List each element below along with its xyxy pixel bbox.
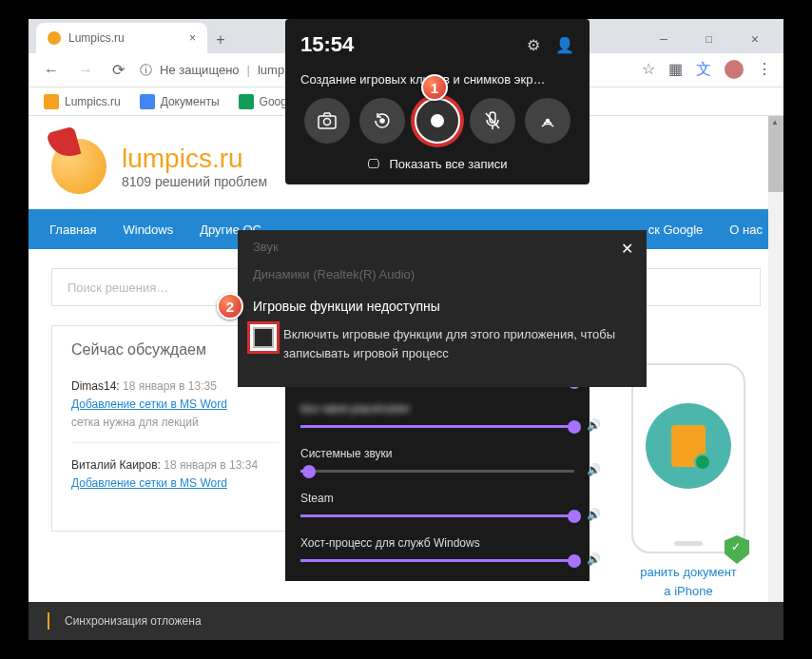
- nav-search-google[interactable]: ск Google: [635, 211, 717, 248]
- discuss-link[interactable]: Добавление сетки в MS Word: [71, 476, 227, 490]
- callout-2: 2: [217, 293, 243, 320]
- extension-icon[interactable]: ▦: [668, 60, 683, 80]
- speaker-icon[interactable]: 🔊: [587, 463, 601, 476]
- discuss-link[interactable]: Добавление сетки в MS Word: [71, 397, 227, 411]
- maximize-button[interactable]: ☐: [696, 31, 723, 46]
- svg-point-2: [380, 119, 384, 123]
- volume-slider[interactable]: 🔊: [300, 514, 574, 517]
- screenshot-button[interactable]: [304, 98, 350, 144]
- discuss-item: Dimas14: 18 января в 13:35 Добавление се…: [71, 378, 279, 443]
- bookmark-icon: [140, 94, 155, 109]
- minimize-button[interactable]: —: [650, 31, 677, 46]
- enable-game-features-checkbox[interactable]: [253, 327, 274, 348]
- favicon-icon: [48, 31, 61, 45]
- audio-slider-system: Системные звуки 🔊: [300, 447, 574, 473]
- close-button[interactable]: ✕: [742, 31, 768, 46]
- reload-button[interactable]: ⟳: [108, 57, 128, 83]
- audio-slider-steam: Steam 🔊: [300, 492, 574, 517]
- callout-1: 1: [421, 74, 448, 101]
- bookmark-item[interactable]: Lumpics.ru: [36, 90, 128, 113]
- back-button[interactable]: ←: [40, 58, 63, 83]
- tab-title: Lumpics.ru: [68, 31, 125, 45]
- phone-mockup: [631, 363, 745, 553]
- mic-mute-button[interactable]: [470, 98, 515, 144]
- show-all-recordings[interactable]: Показать все записи: [389, 157, 507, 171]
- new-tab-button[interactable]: +: [207, 27, 234, 53]
- broadcast-button[interactable]: [525, 98, 570, 144]
- modal-audio-device: Динамики (Realtek(R) Audio): [238, 263, 647, 285]
- bookmark-icon: [239, 94, 254, 109]
- site-subtitle: 8109 решений проблем: [122, 174, 267, 189]
- record-dot-icon: [431, 114, 444, 127]
- gallery-icon: 🖵: [367, 157, 379, 171]
- volume-slider[interactable]: 🔊: [300, 470, 574, 473]
- modal-heading: Игровые функции недоступны: [238, 285, 647, 320]
- speaker-icon[interactable]: 🔊: [587, 418, 601, 432]
- security-text: Не защищено: [160, 63, 240, 77]
- avatar[interactable]: [725, 60, 744, 79]
- info-icon: ⓘ: [140, 62, 152, 79]
- profile-icon[interactable]: 👤: [555, 36, 574, 54]
- discuss-item: Виталий Каиров: 18 января в 13:34 Добавл…: [71, 456, 279, 502]
- browser-tab[interactable]: Lumpics.ru ×: [36, 23, 207, 53]
- volume-slider[interactable]: 🔊: [300, 425, 574, 428]
- record-button[interactable]: [415, 98, 460, 144]
- promo-block: ранить документа iPhone: [631, 363, 745, 600]
- promo-text[interactable]: ранить документа iPhone: [631, 563, 745, 600]
- bookmark-icon: [44, 94, 59, 109]
- record-last-button[interactable]: [359, 98, 405, 144]
- translate-icon[interactable]: 文: [696, 60, 711, 80]
- gear-icon[interactable]: ⚙: [527, 36, 540, 54]
- audio-slider-host: Хост-процесс для служб Windows 🔊: [300, 536, 574, 562]
- star-icon[interactable]: ☆: [642, 60, 655, 80]
- scrollbar[interactable]: [768, 116, 783, 640]
- gamebar-panel: 15:54 ⚙ 👤 Создание игровых клипов и сним…: [285, 19, 590, 184]
- audio-slider-blur: blur-label-placeholder 🔊: [300, 402, 574, 428]
- svg-point-1: [324, 119, 331, 126]
- modal-section-sound: Звук: [238, 230, 647, 258]
- site-title: lumpics.ru: [122, 144, 267, 174]
- forward-button: →: [74, 58, 97, 83]
- speaker-icon[interactable]: 🔊: [587, 508, 601, 521]
- speaker-icon[interactable]: 🔊: [587, 552, 601, 566]
- gamebar-time: 15:54: [300, 32, 354, 57]
- gamebar-modal: ✕ Звук Динамики (Realtek(R) Audio) Игров…: [238, 230, 647, 387]
- bookmark-item[interactable]: Документы: [132, 90, 227, 113]
- enable-game-features-label: Включить игровые функции для этого прило…: [283, 325, 631, 362]
- svg-point-4: [547, 120, 550, 123]
- tab-close-icon[interactable]: ×: [189, 31, 196, 45]
- nav-about[interactable]: О нас: [716, 211, 776, 248]
- nav-windows[interactable]: Windows: [109, 211, 186, 248]
- sync-status-bar: Синхронизация отложена: [29, 602, 783, 640]
- nav-home[interactable]: Главная: [36, 211, 109, 248]
- modal-close-button[interactable]: ✕: [621, 240, 633, 258]
- menu-icon[interactable]: ⋮: [757, 60, 772, 80]
- site-logo[interactable]: [51, 139, 106, 194]
- volume-slider[interactable]: 🔊: [300, 559, 574, 562]
